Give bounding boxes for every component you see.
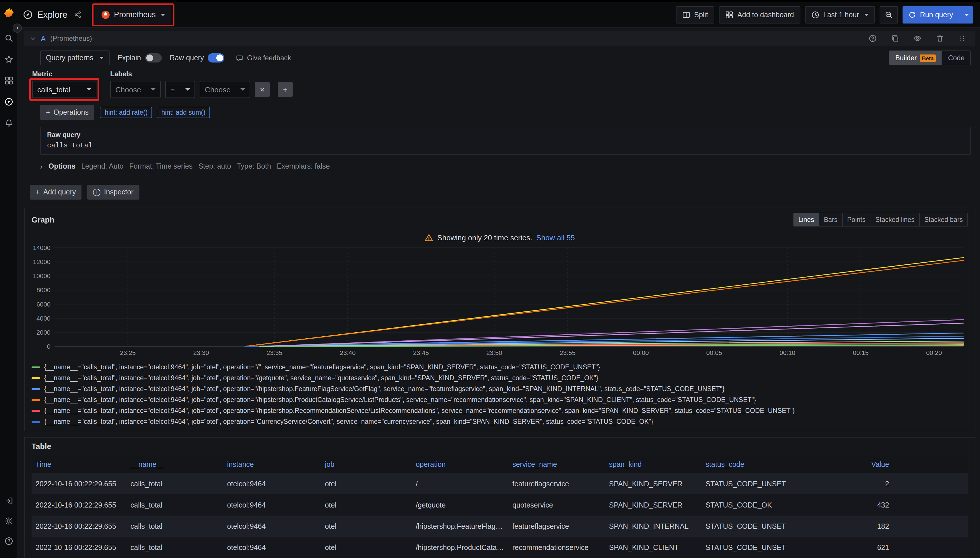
- show-all-series-link[interactable]: Show all 55: [536, 233, 575, 242]
- drag-handle-icon[interactable]: [955, 34, 970, 43]
- table-cell: otel: [321, 515, 412, 537]
- grafana-logo[interactable]: [3, 7, 15, 20]
- zoom-out-button[interactable]: [880, 6, 898, 23]
- metric-select[interactable]: calls_total: [32, 81, 96, 98]
- remove-query-icon[interactable]: [932, 34, 947, 43]
- column-header-statuscode[interactable]: status_code: [702, 456, 797, 473]
- add-label-filter-button[interactable]: +: [278, 82, 293, 97]
- svg-text:23:30: 23:30: [193, 349, 209, 356]
- table-cell: 2022-10-16 00:22:29.655: [31, 515, 127, 537]
- sidebar-item-help[interactable]: [0, 533, 17, 548]
- table-row: 2022-10-16 00:22:29.655calls_totalotelco…: [31, 515, 968, 537]
- table-cell: otel: [321, 494, 412, 515]
- column-header-time[interactable]: Time: [31, 456, 127, 473]
- top-strip: [0, 0, 980, 2]
- table-cell: /hipstershop.FeatureFlagServi...: [412, 515, 508, 537]
- share-icon[interactable]: [70, 10, 85, 19]
- time-range-picker[interactable]: Last 1 hour: [805, 6, 875, 23]
- graph-style-stacked-bars[interactable]: Stacked bars: [919, 213, 967, 226]
- split-button[interactable]: Split: [676, 6, 714, 23]
- table-cell: /hipstershop.ProductCatalogS...: [412, 537, 508, 558]
- code-mode-button[interactable]: Code: [942, 51, 970, 65]
- legend-item[interactable]: {__name__="calls_total", instance="otelc…: [31, 395, 968, 404]
- svg-text:12000: 12000: [33, 258, 51, 266]
- add-to-dashboard-button[interactable]: Add to dashboard: [719, 6, 800, 23]
- give-feedback-button[interactable]: Give feedback: [233, 53, 294, 62]
- column-header-spankind[interactable]: span_kind: [605, 456, 702, 473]
- duplicate-query-icon[interactable]: [888, 34, 903, 43]
- operation-hint[interactable]: hint: add sum(): [157, 107, 210, 118]
- query-help-icon[interactable]: [865, 34, 880, 43]
- time-series-chart[interactable]: 23:2523:3023:3523:4023:4523:5023:5500:00…: [31, 244, 968, 358]
- table-cell-spacer: [893, 515, 968, 537]
- query-row-header[interactable]: A (Prometheus): [24, 31, 975, 46]
- sidebar-item-alerting[interactable]: [0, 115, 17, 130]
- column-header-value[interactable]: Value: [796, 456, 893, 473]
- builder-mode-button[interactable]: Builder Beta: [890, 51, 942, 65]
- warning-icon: [424, 233, 433, 242]
- legend-series-label: {__name__="calls_total", instance="otelc…: [44, 364, 600, 371]
- series-limit-text: Showing only 20 time series.: [437, 233, 532, 242]
- datasource-picker[interactable]: Prometheus: [95, 5, 171, 24]
- legend-series-label: {__name__="calls_total", instance="otelc…: [44, 396, 756, 403]
- query-options[interactable]: › Options Legend: AutoFormat: Time serie…: [40, 158, 971, 174]
- label-value-select[interactable]: Choose: [200, 81, 250, 98]
- column-header-servicename[interactable]: service_name: [508, 456, 605, 473]
- sidebar-item-sign-in[interactable]: [0, 493, 17, 508]
- legend-series-color: [31, 399, 40, 400]
- label-key-select[interactable]: Choose: [110, 81, 161, 98]
- legend-item[interactable]: {__name__="calls_total", instance="otelc…: [31, 417, 968, 426]
- inspector-button[interactable]: i Inspector: [87, 185, 140, 200]
- svg-text:23:25: 23:25: [120, 349, 136, 356]
- options-title: Options: [48, 162, 76, 170]
- column-header-operation[interactable]: operation: [412, 456, 508, 473]
- graph-style-points[interactable]: Points: [842, 213, 870, 226]
- explore-actions: + Add query i Inspector: [30, 185, 975, 200]
- svg-text:0: 0: [47, 343, 51, 350]
- run-query-button[interactable]: Run query: [903, 6, 973, 23]
- graph-style-bars[interactable]: Bars: [819, 213, 842, 226]
- graph-style-lines[interactable]: Lines: [794, 213, 819, 226]
- legend-item[interactable]: {__name__="calls_total", instance="otelc…: [31, 384, 968, 394]
- appbar-actions: Split Add to dashboard Last 1 hour Run q…: [676, 6, 973, 23]
- sidebar-item-dashboards[interactable]: [0, 73, 17, 88]
- sidebar-item-settings[interactable]: [0, 513, 17, 528]
- legend-series-label: {__name__="calls_total", instance="otelc…: [44, 374, 598, 381]
- query-patterns-dropdown[interactable]: Query patterns: [40, 51, 109, 66]
- column-header-instance[interactable]: instance: [223, 456, 321, 473]
- svg-text:00:15: 00:15: [853, 349, 869, 356]
- explain-toggle[interactable]: [145, 53, 161, 62]
- add-query-button[interactable]: + Add query: [30, 185, 82, 200]
- label-operator-select[interactable]: =: [165, 81, 195, 98]
- svg-text:23:40: 23:40: [340, 349, 355, 356]
- collapse-query-icon[interactable]: [30, 35, 36, 41]
- chevron-down-icon: [864, 13, 869, 16]
- datasource-picker-wrap: Prometheus: [95, 5, 171, 24]
- table-cell: featureflagservice: [508, 515, 605, 537]
- column-header-job[interactable]: job: [321, 456, 412, 473]
- chevron-right-icon: ›: [40, 162, 43, 171]
- series-limit-warning: Showing only 20 time series. Show all 55: [31, 233, 968, 242]
- sidebar-item-explore[interactable]: [0, 94, 17, 109]
- table-cell-spacer: [893, 537, 968, 558]
- legend-item[interactable]: {__name__="calls_total", instance="otelc…: [31, 373, 968, 382]
- operation-hint[interactable]: hint: add rate(): [100, 107, 152, 118]
- legend-item[interactable]: {__name__="calls_total", instance="otelc…: [31, 406, 968, 415]
- hide-query-icon[interactable]: [910, 34, 925, 43]
- table-cell: 432: [796, 494, 893, 515]
- operations-button[interactable]: + Operations: [40, 105, 94, 120]
- sidebar-item-search[interactable]: [0, 30, 17, 45]
- query-ref-id[interactable]: A: [41, 34, 46, 43]
- run-query-dropdown[interactable]: [959, 6, 973, 23]
- table-cell-spacer: [893, 494, 968, 515]
- page-title: Explore: [37, 10, 67, 20]
- graph-style-stacked-lines[interactable]: Stacked lines: [870, 213, 919, 226]
- sidebar-expand-button[interactable]: ›: [13, 23, 22, 33]
- legend-item[interactable]: {__name__="calls_total", instance="otelc…: [31, 363, 968, 372]
- column-header-name[interactable]: __name__: [127, 456, 223, 473]
- sidebar-item-starred[interactable]: [0, 52, 17, 67]
- remove-label-filter-button[interactable]: ×: [255, 82, 270, 97]
- metric-labels-row: Metric calls_total Labels Choose: [32, 70, 971, 98]
- raw-query-preview-label: Raw query: [47, 131, 964, 138]
- raw-query-toggle[interactable]: [208, 53, 225, 62]
